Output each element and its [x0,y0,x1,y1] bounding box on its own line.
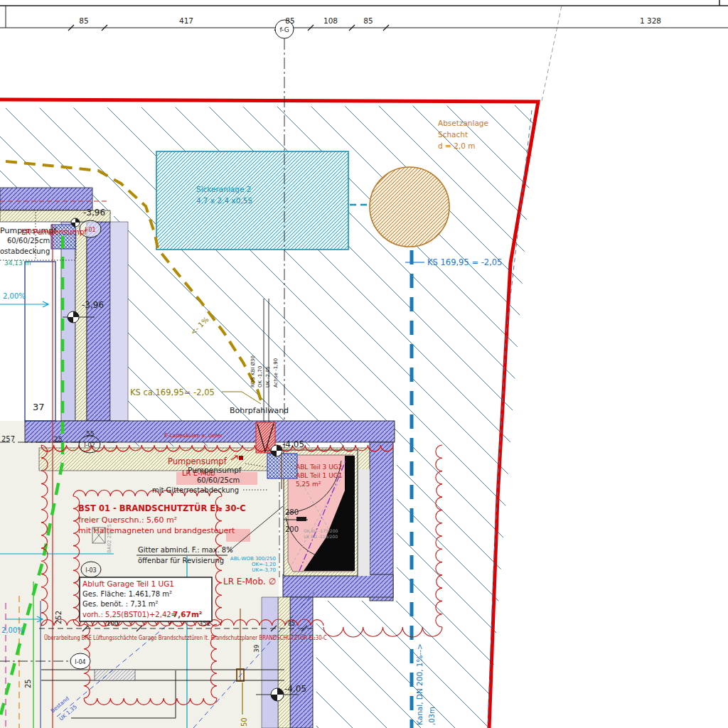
bst-line-3: mit Haltemagneten und brandgesteuert [78,526,235,535]
dim-37: 37 [33,402,45,412]
revision-note: Überarbeitung BRE Lüftungsschächte Garag… [44,634,327,641]
dim-39: 39 [253,644,260,653]
wall-concrete-top [0,188,92,210]
dim-252: 252 [55,611,63,624]
wall-concrete-step [283,574,393,597]
wall-concrete-left [87,222,110,421]
ks-schacht-label: KS 169,95 = -2,05 [427,257,502,267]
dim-100: 100 [106,620,118,627]
kanal-label-1: Kanal, DN 200, 1%--> [415,643,424,725]
dim-85-3: 85 [363,16,373,25]
abl-label-2: ABL Teil 1 UG1 [296,472,342,479]
dim-85-b: 85 [288,621,295,627]
absetzanlage-label-3: d = 2,0 m [438,141,475,150]
slope-200-top: 2,00% [3,292,26,300]
elev-405-bottom: -4,05 [284,684,306,694]
bohrpfahlwand-label: Bohrpfahlwand [230,406,289,415]
wall-insulation-lower [278,597,290,728]
dim-55: 55 [86,430,94,437]
gitter-line-1: Gitter abmind. F.: max. 8% [138,546,233,554]
pumpensumpf2-cover: mit Gitterrostabdeckung [152,486,239,494]
elev-396-2: -3,96 [82,300,104,310]
pile-label-1: RDS KBI Ø30 [250,355,256,387]
pumpensumpf-2 [267,454,297,478]
absetzanlage-shaft [370,167,449,247]
ablwob-line-1: ABL-WOB 300/250 [230,556,276,562]
pumpensumpf1-size: 60/60/25cm [7,237,50,245]
dim-108: 108 [323,16,338,25]
absetzanlage-label-1: Absetzanlage [438,119,488,127]
dim-200: 200 [285,525,299,533]
wall-layer-light-lower [262,597,278,728]
dim-280: 280 [285,508,299,516]
dim-352: 352 [198,620,210,627]
slope-200-bottom: 2,00% [1,626,24,634]
sickeranlage-label-1: Sickeranlage 2 [196,185,251,193]
ablwob-line-3: UK=-3,70 [252,567,276,573]
sickeranlage-label-2: 4,7 x 2,4 x0,55 [196,196,252,205]
dim-85-2: 85 [285,16,294,25]
axis-label-i04: I-04 [75,659,85,665]
abluft-line-4a: vorh.: 5,25(BST01)+2,42= [82,611,177,619]
pumpensumpf1-cover: ostabdeckung [0,247,50,255]
axis-label-i03: I-03 [85,567,96,574]
lr-emob-label: LR E-Mob. ∅ [223,577,276,587]
abluft-line-3: Ges. benöt. : 7,31 m² [82,600,158,608]
area-3413: 34,13 m [4,259,31,267]
dim-25-b: 25 [24,679,32,688]
dim-50: 50 [240,717,248,727]
pump-arrow-square [239,456,243,460]
abluft-line-1: Abluft Garage Teil 1 UG1 [82,579,174,588]
plan-svg: 85 417 85 108 85 1 328 f-G Absetzanlage … [0,0,728,728]
pumpensumpf2-size: 60/60/25cm [197,476,240,484]
eladesaeulen-note: E-Ladesäulen e. tiefer [164,432,223,439]
bad-label: BA02 25/25 [107,524,112,553]
dim-25: 25 [54,436,62,443]
room-gap [358,469,370,576]
wall-outer-strip [110,222,128,421]
shaft-dim-bar [296,517,306,521]
abluft-line-2: Ges. Fläche: 1.461,78 m² [82,590,172,598]
elev-396-1: -3,96 [83,208,105,218]
axis-label-i01: I-01 [85,227,95,233]
dim-1328: 1 328 [640,16,661,25]
pile-label-2: OK -1,70 [257,366,263,387]
dim-85-1: 85 [79,16,88,25]
gitter-line-2: öffenbar für Revisierung [138,557,224,564]
bst-line-2: freier Querschn.: 5,60 m² [78,515,177,525]
abl-label-1: ABL Teil 3 UG2 [296,464,342,471]
grid-axis-label: f-G [279,26,289,33]
pile-label-3: UK -2,05 [265,366,271,387]
lr-pumpensumpf-label: LR Pumpensumpf [21,228,87,236]
ablwob-line-2: OK=-1,20 [252,562,276,567]
pumpensumpf2-black: Pumpensumpf [188,466,242,474]
dim-257: 257 [1,435,15,443]
shaft-grey-note-2: UK BD -115/200 [304,534,338,539]
ks-ca-label: KS ca.169,95= -2,05 [130,387,215,397]
absetzanlage-label-2: Schacht [438,130,468,139]
wall-concrete-lower [290,597,313,728]
kanal-label-2: ,03m [428,707,436,725]
dim-417: 417 [179,16,193,25]
duct-hatched-segment [95,670,135,680]
elev-405-top: -4,05 [282,439,304,449]
shaft-grey-note-1: OK BD -175/200 [304,528,338,533]
pile-label-4: Achse -1,90 [273,358,279,387]
axis-label-i02: I-02 [84,442,95,449]
abluft-line-4b: 7,67m² [173,610,203,619]
wall-concrete-band [25,421,395,442]
bst-line-1: BST 01 - BRANDSCHUTZTÜR EI₂ 30-C [78,503,246,513]
pumpensumpf2-red: Pumpensumpf [168,456,228,466]
site-plan-drawing: 85 417 85 108 85 1 328 f-G Absetzanlage … [0,0,728,728]
abl-area: 5,25 m² [296,481,321,488]
